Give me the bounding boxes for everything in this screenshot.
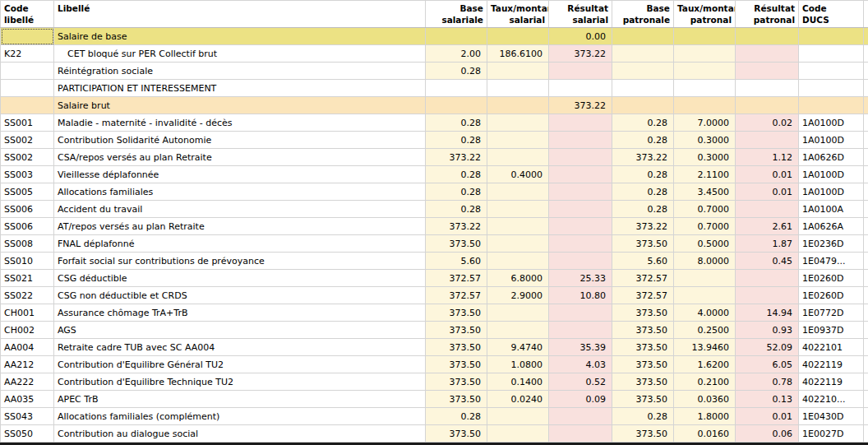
cell-base_sal[interactable] (426, 28, 487, 45)
table-row[interactable]: CH001Assurance chômage TrA+TrB373.50373.… (1, 304, 868, 322)
cell-ducs[interactable]: 1A0100D (799, 183, 864, 201)
cell-res_pat[interactable]: 1.12 (736, 149, 799, 166)
cell-base_pat[interactable]: 0.28 (612, 132, 674, 149)
cell-base_sal[interactable]: 373.22 (426, 149, 487, 166)
cell-ducs[interactable]: 1E0937D (799, 322, 864, 339)
cell-taux_pat[interactable]: 1.6200 (674, 356, 736, 373)
cell-base_pat[interactable] (612, 80, 674, 97)
cell-ducs[interactable]: 4022119 (799, 356, 864, 373)
cell-code[interactable]: SS010 (1, 253, 54, 270)
cell-taux_sal[interactable] (487, 408, 549, 425)
cell-libelle[interactable]: CSG non déductible et CRDS (54, 287, 426, 304)
cell-code[interactable]: SS043 (1, 408, 54, 425)
table-row[interactable]: AA222Contribution d'Equilibre Technique … (1, 373, 868, 391)
cell-res_pat[interactable] (736, 63, 799, 80)
cell-taux_sal[interactable] (487, 114, 549, 132)
cell-code[interactable]: CH002 (1, 322, 54, 339)
cell-res_pat[interactable] (736, 45, 799, 63)
cell-code[interactable]: SS002 (1, 132, 54, 149)
cell-res_sal[interactable]: 25.33 (549, 270, 612, 287)
cell-taux_pat[interactable]: 13.9460 (674, 339, 736, 356)
cell-taux_pat[interactable]: 0.2100 (674, 373, 736, 391)
table-row[interactable]: SS021CSG déductible372.576.800025.33372.… (1, 270, 868, 287)
cell-code[interactable]: SS001 (1, 114, 54, 132)
cell-res_pat[interactable]: 0.01 (736, 166, 799, 183)
cell-taux_sal[interactable] (487, 183, 549, 201)
cell-res_sal[interactable] (549, 63, 612, 80)
cell-res_sal[interactable]: 10.80 (549, 287, 612, 304)
cell-taux_pat[interactable]: 0.7000 (674, 201, 736, 218)
cell-libelle[interactable]: Salaire brut (54, 97, 426, 114)
cell-res_sal[interactable]: 0.52 (549, 373, 612, 391)
cell-taux_sal[interactable] (487, 201, 549, 218)
cell-ducs[interactable] (799, 80, 864, 97)
table-row[interactable]: PARTICIPATION ET INTERESSEMENT (1, 80, 868, 97)
cell-libelle[interactable]: Accident du travail (54, 201, 426, 218)
cell-taux_pat[interactable] (674, 63, 736, 80)
cell-taux_pat[interactable]: 0.0160 (674, 425, 736, 443)
cell-code[interactable]: K22 (1, 45, 54, 63)
cell-res_pat[interactable]: 0.01 (736, 408, 799, 425)
cell-ducs[interactable]: 1E0260D (799, 287, 864, 304)
cell-base_sal[interactable]: 373.50 (426, 373, 487, 391)
cell-taux_pat[interactable]: 0.3000 (674, 149, 736, 166)
cell-res_pat[interactable]: 52.09 (736, 339, 799, 356)
cell-base_sal[interactable]: 0.28 (426, 63, 487, 80)
table-row[interactable]: SS043Allocations familiales (complément)… (1, 408, 868, 425)
cell-ducs[interactable]: 1E0236D (799, 235, 864, 253)
table-row[interactable]: K22CET bloqué sur PER Collectif brut2.00… (1, 45, 868, 63)
cell-res_sal[interactable] (549, 201, 612, 218)
cell-taux_pat[interactable]: 0.0360 (674, 391, 736, 408)
cell-ducs[interactable] (799, 28, 864, 45)
cell-base_sal[interactable]: 373.50 (426, 235, 487, 253)
cell-base_sal[interactable]: 0.28 (426, 114, 487, 132)
cell-taux_pat[interactable]: 0.5000 (674, 235, 736, 253)
cell-libelle[interactable]: APEC TrB (54, 391, 426, 408)
cell-taux_sal[interactable] (487, 97, 549, 114)
cell-code[interactable]: SS022 (1, 287, 54, 304)
cell-ducs[interactable]: 1A0100D (799, 166, 864, 183)
cell-ducs[interactable]: 1A0100D (799, 132, 864, 149)
cell-libelle[interactable]: CSA/repos versés au plan Retraite (54, 149, 426, 166)
cell-code[interactable]: AA222 (1, 373, 54, 391)
cell-res_pat[interactable]: 0.13 (736, 391, 799, 408)
cell-libelle[interactable]: Réintégration sociale (54, 63, 426, 80)
cell-taux_sal[interactable]: 0.4000 (487, 166, 549, 183)
cell-base_sal[interactable]: 5.60 (426, 253, 487, 270)
cell-res_pat[interactable]: 0.45 (736, 253, 799, 270)
cell-libelle[interactable]: Contribution au dialogue social (54, 425, 426, 443)
cell-ducs[interactable]: 1E0772D (799, 304, 864, 322)
cell-base_pat[interactable]: 0.28 (612, 183, 674, 201)
cell-res_sal[interactable] (549, 408, 612, 425)
cell-libelle[interactable]: Contribution d'Equilibre Général TU2 (54, 356, 426, 373)
cell-libelle[interactable]: Retraite cadre TUB avec SC AA004 (54, 339, 426, 356)
cell-libelle[interactable]: FNAL déplafonné (54, 235, 426, 253)
cell-taux_sal[interactable] (487, 322, 549, 339)
cell-ducs[interactable]: 1A0626D (799, 149, 864, 166)
table-row[interactable]: SS006Accident du travail0.280.280.70001A… (1, 201, 868, 218)
cell-taux_sal[interactable]: 186.6100 (487, 45, 549, 63)
cell-base_sal[interactable]: 372.57 (426, 270, 487, 287)
cell-taux_sal[interactable] (487, 235, 549, 253)
cell-base_pat[interactable]: 373.50 (612, 235, 674, 253)
cell-base_sal[interactable]: 2.00 (426, 45, 487, 63)
cell-ducs[interactable] (799, 63, 864, 80)
cell-ducs[interactable]: 402210... (799, 391, 864, 408)
cell-taux_pat[interactable]: 4.0000 (674, 304, 736, 322)
cell-res_pat[interactable] (736, 287, 799, 304)
cell-libelle[interactable]: Salaire de base (54, 28, 426, 45)
cell-code[interactable]: SS006 (1, 201, 54, 218)
cell-base_pat[interactable]: 373.50 (612, 356, 674, 373)
cell-res_sal[interactable] (549, 425, 612, 443)
cell-base_pat[interactable]: 373.50 (612, 322, 674, 339)
cell-res_pat[interactable] (736, 80, 799, 97)
cell-res_sal[interactable]: 373.22 (549, 45, 612, 63)
cell-ducs[interactable]: 1E0027D (799, 425, 864, 443)
cell-taux_sal[interactable]: 9.4740 (487, 339, 549, 356)
table-row[interactable]: SS022CSG non déductible et CRDS372.572.9… (1, 287, 868, 304)
cell-base_pat[interactable]: 373.50 (612, 339, 674, 356)
table-row[interactable]: AA035APEC TrB373.500.02400.09373.500.036… (1, 391, 868, 408)
cell-libelle[interactable]: Allocations familiales (complément) (54, 408, 426, 425)
table-row[interactable]: SS010Forfait social sur contributions de… (1, 253, 868, 270)
cell-base_sal[interactable]: 373.50 (426, 356, 487, 373)
